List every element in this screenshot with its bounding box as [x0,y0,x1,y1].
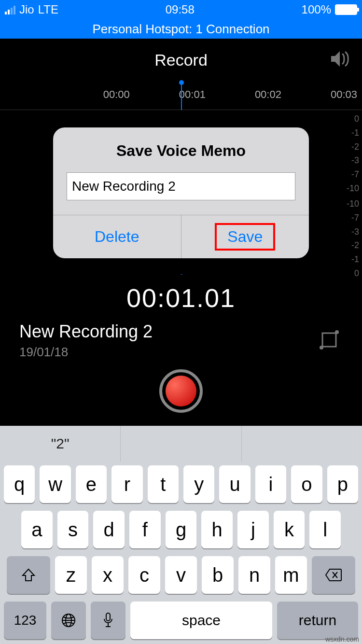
save-alert: Save Voice Memo Delete Save [53,127,309,258]
suggestion[interactable]: "2" [0,426,121,462]
key-n[interactable]: n [238,556,270,594]
key-b[interactable]: b [202,556,234,594]
dictation-key[interactable] [91,602,125,639]
delete-button[interactable]: Delete [53,215,181,258]
backspace-key[interactable] [312,556,355,594]
key-h[interactable]: h [201,511,233,548]
key-a[interactable]: a [21,511,53,548]
space-key[interactable]: space [130,602,272,639]
key-g[interactable]: g [166,511,197,548]
key-e[interactable]: e [76,465,107,503]
key-y[interactable]: y [183,465,214,503]
alert-title: Save Voice Memo [53,127,309,172]
key-x[interactable]: x [92,556,124,594]
keyboard-row-3: z x c v b n m [0,552,362,598]
numbers-key[interactable]: 123 [4,602,46,639]
keyboard-row-4: 123 space return [0,598,362,644]
key-l[interactable]: l [309,511,341,548]
key-u[interactable]: u [219,465,250,503]
return-key[interactable]: return [277,602,358,639]
key-k[interactable]: k [274,511,305,548]
key-z[interactable]: z [55,556,87,594]
key-i[interactable]: i [255,465,286,503]
key-c[interactable]: c [128,556,160,594]
key-d[interactable]: d [93,511,125,548]
key-m[interactable]: m [275,556,307,594]
shift-key[interactable] [7,556,50,594]
keyboard-row-1: q w e r t y u i o p [0,462,362,507]
key-w[interactable]: w [40,465,70,503]
suggestion-empty[interactable] [121,426,241,462]
key-o[interactable]: o [291,465,322,503]
key-s[interactable]: s [57,511,89,548]
globe-key[interactable] [51,602,86,639]
key-t[interactable]: t [148,465,179,503]
suggestion-empty[interactable] [242,426,362,462]
suggestion-bar: "2" [0,426,362,462]
keyboard-row-2: a s d f g h j k l [0,507,362,552]
key-q[interactable]: q [4,465,35,503]
keyboard: "2" q w e r t y u i o p a s d f g h j k … [0,426,362,644]
key-r[interactable]: r [111,465,142,503]
watermark: wsxdn.com [325,635,359,643]
key-p[interactable]: p [327,465,358,503]
key-v[interactable]: v [165,556,197,594]
key-j[interactable]: j [237,511,269,548]
save-button[interactable]: Save [181,215,309,258]
recording-name-input[interactable] [67,172,295,200]
key-f[interactable]: f [129,511,161,548]
svg-rect-6 [106,613,110,621]
